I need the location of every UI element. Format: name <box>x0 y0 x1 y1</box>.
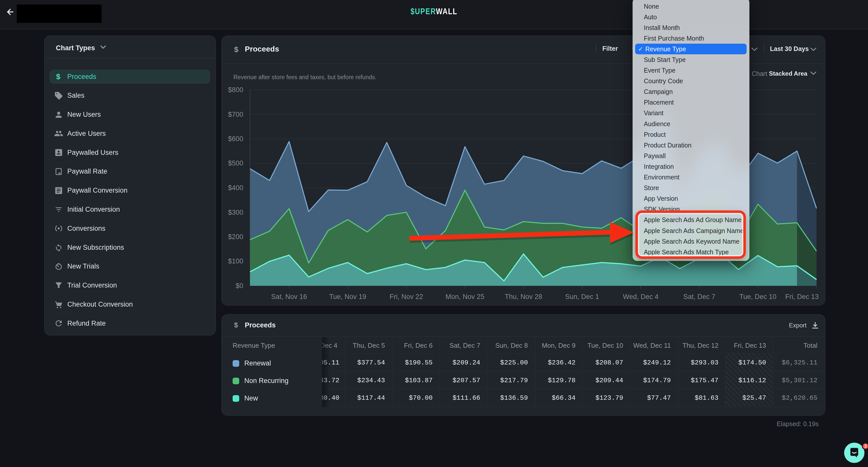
svg-text:$600: $600 <box>228 135 243 143</box>
svg-text:Sat, Dec 7: Sat, Dec 7 <box>683 293 715 301</box>
svg-text:$300: $300 <box>228 209 243 216</box>
svg-text:Thu, Nov 28: Thu, Nov 28 <box>505 293 542 301</box>
svg-text:$800: $800 <box>228 86 243 94</box>
svg-text:Sat, Nov 16: Sat, Nov 16 <box>271 293 307 301</box>
svg-text:Tue, Nov 19: Tue, Nov 19 <box>329 293 366 301</box>
svg-text:$0: $0 <box>236 282 243 290</box>
svg-text:Wed, Dec 4: Wed, Dec 4 <box>623 293 659 301</box>
svg-text:$200: $200 <box>228 233 243 241</box>
svg-text:Fri, Dec 13: Fri, Dec 13 <box>785 293 819 301</box>
svg-text:$700: $700 <box>228 111 243 118</box>
svg-text:$500: $500 <box>228 159 243 167</box>
svg-text:$100: $100 <box>228 257 243 265</box>
svg-text:Mon, Nov 25: Mon, Nov 25 <box>445 293 484 301</box>
svg-text:Fri, Nov 22: Fri, Nov 22 <box>390 293 423 301</box>
svg-text:Sun, Dec 1: Sun, Dec 1 <box>565 293 599 301</box>
svg-text:$400: $400 <box>228 184 243 192</box>
svg-text:Tue, Dec 10: Tue, Dec 10 <box>740 293 777 301</box>
